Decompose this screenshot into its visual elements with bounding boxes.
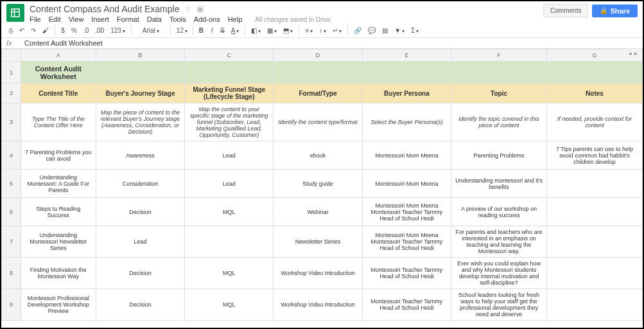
text-color-icon[interactable]: A▾	[229, 26, 242, 35]
cell[interactable]: Workshop Video Introduction	[274, 258, 362, 289]
cell[interactable]: Map the piece of content to the relevant…	[96, 103, 184, 141]
cell[interactable]: ebook	[274, 141, 362, 170]
filter-icon[interactable]: ▼▾	[392, 26, 407, 35]
row-head[interactable]: 8	[2, 258, 21, 289]
menu-tools[interactable]: Tools	[170, 15, 186, 23]
col-head-D[interactable]: D	[274, 49, 362, 62]
cell[interactable]: Type The Title of the Content Offer Here	[21, 103, 96, 141]
cell[interactable]	[547, 289, 643, 321]
cell[interactable]: Steps to Reading Success	[21, 198, 96, 226]
cell[interactable]: Marketing Funnel Stage (Lifecycle Stage)	[185, 84, 274, 103]
formula-input[interactable]	[24, 39, 638, 47]
cell[interactable]: MQL	[185, 258, 274, 289]
cell[interactable]: Decision	[96, 198, 184, 226]
doc-title[interactable]: Content Compass And Audit Example	[30, 4, 179, 14]
cell[interactable]	[547, 258, 643, 289]
cell[interactable]: Decision	[96, 289, 184, 321]
cell[interactable]: Ever wish you could explain how and why …	[451, 258, 547, 289]
cell[interactable]: Lead	[185, 170, 274, 198]
cell[interactable]: Lead	[185, 141, 274, 170]
cell[interactable]: Consideration	[96, 170, 184, 198]
merge-icon[interactable]: ⬒▾	[281, 26, 295, 35]
menu-addons[interactable]: Add-ons	[194, 15, 220, 23]
font-size[interactable]: 12▾	[174, 26, 189, 35]
valign-icon[interactable]: ↕▾	[317, 26, 329, 35]
cell[interactable]: If needed, provide context for content	[547, 103, 643, 141]
col-head-A[interactable]: A	[21, 49, 96, 62]
italic-icon[interactable]: I	[207, 26, 216, 35]
decimal-inc-icon[interactable]: .00	[92, 26, 107, 35]
nav-right-icon[interactable]: ▸	[634, 50, 638, 57]
star-icon[interactable]: ☆	[184, 4, 191, 13]
currency-icon[interactable]: $	[58, 26, 67, 35]
row-head[interactable]: 7	[2, 226, 21, 258]
cell[interactable]: Lead	[96, 226, 184, 258]
cell[interactable]	[547, 62, 643, 84]
cell[interactable]	[547, 226, 643, 258]
cell[interactable]: Buyer's Journey Stage	[96, 84, 184, 103]
fill-color-icon[interactable]: ◧▾	[248, 26, 263, 35]
cell[interactable]: Buyer Persona	[362, 84, 451, 103]
cell[interactable]	[185, 226, 274, 258]
cell[interactable]: Content Title	[21, 84, 96, 103]
cell[interactable]: Parenting Problems	[451, 141, 547, 170]
borders-icon[interactable]: ▦▾	[265, 26, 279, 35]
row-head[interactable]: 3	[2, 103, 21, 141]
functions-icon[interactable]: Σ▾	[408, 26, 421, 35]
cell[interactable]: Montessoiri Mom Meena	[362, 170, 451, 198]
cell[interactable]: Workshop Video Introduction	[274, 289, 362, 321]
cell[interactable]: Understanding Montessori: A Guide For Pa…	[21, 170, 96, 198]
cell[interactable]: Finding Motivation the Montessori Way	[21, 258, 96, 289]
nav-left-icon[interactable]: ◂	[629, 50, 632, 57]
col-head-B[interactable]: B	[96, 49, 184, 62]
col-head-F[interactable]: F	[451, 49, 547, 62]
undo-icon[interactable]: ↶	[17, 26, 27, 35]
cell[interactable]: Montessori Professional Development Work…	[21, 289, 96, 321]
cell[interactable]	[547, 198, 643, 226]
cell[interactable]: Montessoiri Mom Meena	[362, 141, 451, 170]
cell[interactable]: Select the Buyer Persona(s)	[362, 103, 451, 141]
paint-format-icon[interactable]: 🖌	[40, 26, 51, 35]
folder-icon[interactable]: ▣	[196, 4, 204, 13]
cell[interactable]: Study guide	[274, 170, 362, 198]
cell[interactable]: Notes	[547, 84, 643, 103]
menu-data[interactable]: Data	[147, 15, 162, 23]
menu-help[interactable]: Help	[228, 15, 243, 23]
sheets-logo[interactable]	[6, 4, 24, 22]
cell[interactable]: Decision	[96, 258, 184, 289]
col-head-C[interactable]: C	[185, 49, 274, 62]
menu-file[interactable]: File	[30, 15, 41, 23]
cell[interactable]: Montessoiri Mom Meena Montessoiri Teache…	[362, 226, 451, 258]
wrap-icon[interactable]: ↵▾	[330, 26, 344, 35]
halign-icon[interactable]: ≡▾	[302, 26, 315, 35]
cell[interactable]: Content Audit Worksheet	[21, 62, 96, 84]
select-all-corner[interactable]	[2, 49, 21, 62]
print-icon[interactable]: ⎙	[6, 26, 15, 35]
cell[interactable]: School leaders looking for fresh ways to…	[451, 289, 547, 321]
cell[interactable]: Understanding montessori and it's benefi…	[451, 170, 547, 198]
cell[interactable]: identify the topic covered in this piece…	[451, 103, 547, 141]
row-head[interactable]: 9	[2, 289, 21, 321]
row-head[interactable]: 2	[2, 84, 21, 103]
col-head-E[interactable]: E	[362, 49, 451, 62]
menu-view[interactable]: View	[69, 15, 84, 23]
decimal-dec-icon[interactable]: .0	[81, 26, 91, 35]
cell[interactable]: Montessoiri Mom Meena Montessoiri Teache…	[362, 198, 451, 226]
font-select[interactable]: Arial▾	[135, 26, 167, 35]
grid[interactable]: A B C D E F G 1Content Audit Worksheet2C…	[1, 49, 643, 328]
chart-icon[interactable]: ▤	[379, 26, 390, 35]
cell[interactable]	[547, 170, 643, 198]
menu-format[interactable]: Format	[117, 15, 139, 23]
row-head[interactable]: 4	[2, 141, 21, 170]
cell[interactable]: Format/Type	[274, 84, 362, 103]
cell[interactable]: For parents and teachers who are interes…	[451, 226, 547, 258]
cell[interactable]: 7 Parenting Problems you can avoid	[21, 141, 96, 170]
number-format[interactable]: 123▾	[108, 26, 128, 35]
share-button[interactable]: 🔒Share	[592, 4, 638, 17]
menu-edit[interactable]: Edit	[49, 15, 61, 23]
cell[interactable]	[185, 62, 274, 84]
percent-icon[interactable]: %	[69, 26, 80, 35]
cell[interactable]: A preview of our workshop on reading suc…	[451, 198, 547, 226]
cell[interactable]	[96, 62, 184, 84]
row-head[interactable]: 5	[2, 170, 21, 198]
